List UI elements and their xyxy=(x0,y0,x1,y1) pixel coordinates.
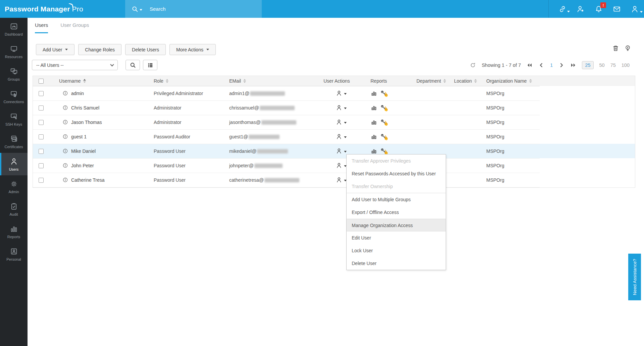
row-checkbox[interactable] xyxy=(39,178,44,183)
user-actions-button[interactable] xyxy=(319,133,366,140)
column-view-button[interactable] xyxy=(143,60,157,70)
search-users-button[interactable] xyxy=(126,60,140,70)
page-size-75[interactable]: 75 xyxy=(610,62,616,68)
user-report-icon[interactable] xyxy=(370,133,378,140)
trash-icon[interactable] xyxy=(612,44,620,52)
menu-item-lock-user[interactable]: Lock User xyxy=(347,244,446,257)
row-checkbox[interactable] xyxy=(39,163,44,168)
user-report-icon[interactable] xyxy=(370,104,378,111)
column-header-location[interactable]: Location xyxy=(454,78,477,84)
global-search[interactable]: Search xyxy=(125,0,262,18)
column-header-username[interactable]: Username xyxy=(59,78,86,84)
notifications-button[interactable]: ! xyxy=(590,0,608,18)
info-icon[interactable] xyxy=(62,90,68,96)
user-favorites-button[interactable] xyxy=(572,0,590,18)
last-page-button[interactable] xyxy=(570,62,576,68)
user-report-icon[interactable] xyxy=(370,147,378,155)
sort-icon xyxy=(243,79,246,83)
search-icon xyxy=(130,62,136,69)
page-size-25[interactable]: 25 xyxy=(582,61,593,69)
first-page-button[interactable] xyxy=(527,62,533,68)
personal-icon xyxy=(10,247,18,256)
sort-icon xyxy=(443,79,446,83)
info-icon[interactable] xyxy=(62,134,68,139)
app-logo[interactable]: Password Manager Pro xyxy=(5,0,83,18)
password-access-report-icon[interactable]: ☝ xyxy=(380,133,387,140)
more-actions-button[interactable]: More Actions xyxy=(169,44,216,55)
email-domain-redacted xyxy=(257,149,288,154)
sidebar-item-connections[interactable]: Connections xyxy=(0,85,28,108)
column-header-department[interactable]: Department xyxy=(416,78,446,84)
search-scope-caret-icon[interactable] xyxy=(140,9,142,11)
password-access-report-icon[interactable]: ☝ xyxy=(380,104,387,111)
sidebar-item-dashboard[interactable]: Dashboard xyxy=(0,18,28,40)
username-text: Chris Samuel xyxy=(71,105,99,111)
menu-item-delete-user[interactable]: Delete User xyxy=(347,257,446,270)
info-icon[interactable] xyxy=(62,119,68,125)
delete-users-button[interactable]: Delete Users xyxy=(125,44,166,55)
user-actions-button[interactable] xyxy=(319,119,366,126)
messages-button[interactable] xyxy=(608,0,626,18)
refresh-icon[interactable] xyxy=(470,62,476,68)
row-checkbox[interactable] xyxy=(39,120,44,125)
sidebar-nav: Dashboard Resources Groups Connections S… xyxy=(0,18,28,346)
user-actions-button[interactable] xyxy=(319,147,366,155)
sidebar-item-resources[interactable]: Resources xyxy=(0,40,28,63)
user-actions-button[interactable] xyxy=(319,90,366,97)
row-checkbox[interactable] xyxy=(39,134,44,139)
password-access-report-icon[interactable]: ☝ xyxy=(380,90,387,97)
table-header-row: Username Role EMail User Actions Reports… xyxy=(33,76,635,86)
sidebar-item-admin[interactable]: Admin xyxy=(0,175,28,198)
sidebar-item-certificates[interactable]: Certificates xyxy=(0,130,28,153)
menu-item-export-offline-access[interactable]: Export / Offline Access xyxy=(347,206,446,219)
sidebar-item-label: Users xyxy=(9,167,19,171)
info-icon[interactable] xyxy=(62,163,68,168)
sidebar-item-personal[interactable]: Personal xyxy=(0,243,28,265)
column-header-role[interactable]: Role xyxy=(154,78,168,84)
row-checkbox[interactable] xyxy=(39,91,44,96)
quick-link-button[interactable] xyxy=(553,0,572,18)
sidebar-item-reports[interactable]: Reports xyxy=(0,220,28,243)
next-page-button[interactable] xyxy=(558,62,564,68)
info-icon[interactable] xyxy=(62,148,68,154)
user-filter-select[interactable]: -- All Users -- xyxy=(32,60,118,70)
ssh-keys-icon xyxy=(10,112,18,121)
user-actions-button[interactable] xyxy=(319,104,366,111)
info-icon[interactable] xyxy=(62,177,68,183)
column-header-organization[interactable]: Organization Name xyxy=(486,78,532,84)
need-assistance-tab[interactable]: Need Assistance? xyxy=(628,254,641,300)
tab-users[interactable]: Users xyxy=(35,22,48,33)
add-user-button[interactable]: Add User xyxy=(36,44,75,55)
page-size-100[interactable]: 100 xyxy=(622,62,630,68)
filter-row: -- All Users -- xyxy=(32,60,157,70)
select-all-checkbox[interactable] xyxy=(39,79,44,84)
row-checkbox[interactable] xyxy=(39,149,44,154)
user-actions-icon xyxy=(336,119,343,126)
sidebar-item-audit[interactable]: Audit xyxy=(0,198,28,220)
menu-item-edit-user[interactable]: Edit User xyxy=(347,231,446,244)
password-access-report-icon[interactable]: ☝ xyxy=(380,147,387,155)
menu-item-add-user-to-multiple-groups[interactable]: Add User to Multiple Groups xyxy=(347,193,446,206)
menu-item-manage-organization-access[interactable]: Manage Organization Access xyxy=(347,219,446,231)
sidebar-item-users[interactable]: Users xyxy=(0,153,28,175)
tips-bulb-icon[interactable] xyxy=(624,44,632,52)
tab-user-groups[interactable]: User Groups xyxy=(60,22,89,33)
email-domain-redacted xyxy=(250,91,285,96)
account-menu-button[interactable] xyxy=(626,0,644,18)
change-roles-button[interactable]: Change Roles xyxy=(78,44,121,55)
sidebar-item-groups[interactable]: Groups xyxy=(0,63,28,85)
menu-item-reset-passwords[interactable]: Reset Passwords Accessed by this User xyxy=(347,167,446,180)
info-icon[interactable] xyxy=(62,105,68,111)
row-checkbox[interactable] xyxy=(39,105,44,111)
user-report-icon[interactable] xyxy=(370,119,378,126)
dashboard-icon xyxy=(10,22,18,31)
password-access-report-icon[interactable]: ☝ xyxy=(380,119,387,126)
logo-swoosh-icon xyxy=(68,3,75,10)
sidebar-item-ssh-keys[interactable]: SSH Keys xyxy=(0,108,28,130)
column-header-email[interactable]: EMail xyxy=(229,78,246,84)
previous-page-button[interactable] xyxy=(538,62,544,68)
page-number[interactable]: 1 xyxy=(550,62,553,68)
user-report-icon[interactable] xyxy=(370,90,378,97)
search-placeholder[interactable]: Search xyxy=(150,6,166,12)
page-size-50[interactable]: 50 xyxy=(599,62,605,68)
